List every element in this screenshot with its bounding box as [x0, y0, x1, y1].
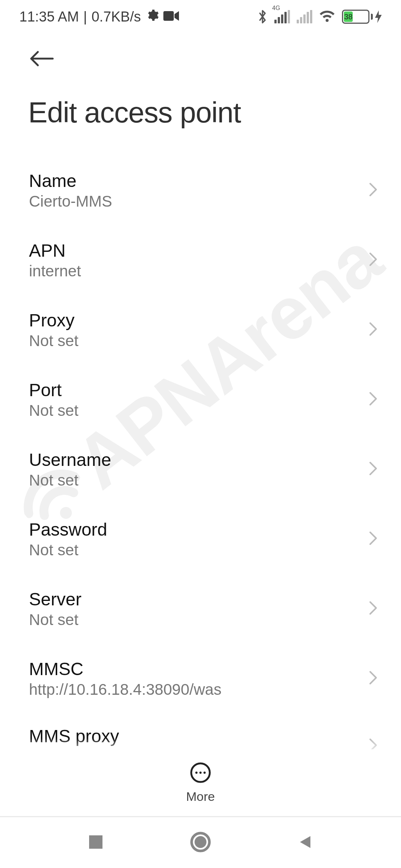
signal-sim1: 4G: [274, 10, 290, 23]
setting-value: Not set: [29, 611, 81, 629]
chevron-right-icon: [368, 670, 378, 687]
setting-value: Not set: [29, 471, 111, 489]
chevron-right-icon: [368, 391, 378, 408]
setting-label: MMS proxy: [29, 726, 119, 746]
nav-back-button[interactable]: [297, 834, 313, 852]
header: Edit access point: [0, 33, 401, 129]
signal-sim2: [297, 10, 312, 23]
battery-indicator: 38: [342, 10, 382, 24]
setting-label: Username: [29, 450, 111, 470]
setting-row-apn[interactable]: APN internet: [0, 225, 401, 295]
setting-label: Name: [29, 171, 112, 191]
charging-icon: [375, 10, 382, 23]
more-label: More: [186, 789, 215, 804]
svg-rect-1: [163, 11, 174, 21]
setting-label: Password: [29, 519, 107, 540]
chevron-right-icon: [368, 251, 378, 269]
setting-value: http://10.16.18.4:38090/was: [29, 681, 221, 698]
bluetooth-icon: [257, 9, 268, 24]
more-button[interactable]: More: [186, 762, 215, 804]
setting-value: internet: [29, 262, 81, 280]
gear-icon: [146, 9, 159, 25]
status-bar: 11:35 AM | 0.7KB/s 4G: [0, 0, 401, 33]
svg-point-3: [195, 772, 198, 774]
camera-icon: [163, 9, 179, 25]
chevron-right-icon: [368, 321, 378, 338]
more-icon: [190, 762, 211, 785]
setting-row-mmsc[interactable]: MMSC http://10.16.18.4:38090/was: [0, 644, 401, 713]
setting-row-password[interactable]: Password Not set: [0, 504, 401, 574]
chevron-right-icon: [368, 461, 378, 478]
nav-recents-button[interactable]: [88, 834, 104, 852]
setting-label: MMSC: [29, 659, 221, 679]
chevron-right-icon: [368, 182, 378, 199]
network-type-badge: 4G: [272, 5, 280, 11]
setting-value: Not set: [29, 402, 78, 420]
setting-row-port[interactable]: Port Not set: [0, 365, 401, 434]
setting-value: Not set: [29, 541, 107, 559]
setting-row-proxy[interactable]: Proxy Not set: [0, 295, 401, 365]
setting-value: Cierto-MMS: [29, 193, 112, 210]
setting-label: Server: [29, 589, 81, 609]
status-left: 11:35 AM | 0.7KB/s: [19, 9, 179, 25]
setting-row-server[interactable]: Server Not set: [0, 574, 401, 644]
system-nav-bar: [0, 816, 401, 868]
chevron-right-icon: [368, 600, 378, 617]
settings-list: Name Cierto-MMS APN internet Proxy Not s…: [0, 129, 401, 769]
status-time: 11:35 AM: [19, 9, 79, 25]
setting-row-name[interactable]: Name Cierto-MMS: [0, 155, 401, 225]
battery-level: 38: [344, 11, 353, 22]
page-title: Edit access point: [28, 96, 382, 129]
svg-point-5: [203, 772, 206, 774]
svg-point-4: [199, 772, 202, 774]
action-bar: More: [0, 749, 401, 816]
setting-row-username[interactable]: Username Not set: [0, 434, 401, 504]
status-separator: |: [84, 9, 87, 25]
wifi-icon: [319, 10, 335, 23]
status-speed: 0.7KB/s: [91, 9, 141, 25]
svg-rect-6: [89, 835, 102, 849]
setting-value: Not set: [29, 332, 78, 350]
svg-point-8: [195, 836, 206, 848]
chevron-right-icon: [368, 530, 378, 548]
status-right: 4G 38: [257, 9, 382, 24]
setting-label: Port: [29, 380, 78, 400]
setting-label: Proxy: [29, 310, 78, 331]
nav-home-button[interactable]: [190, 832, 211, 854]
back-button[interactable]: [28, 44, 58, 73]
setting-label: APN: [29, 240, 81, 261]
